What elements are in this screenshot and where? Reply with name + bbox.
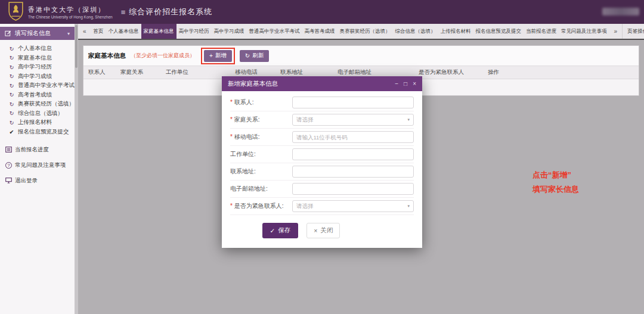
sidebar-item-label: 上传报名材料 — [18, 119, 52, 126]
dialog-header[interactable]: 新增家庭基本信息 − □ × — [222, 76, 422, 91]
close-icon[interactable]: × — [413, 80, 416, 87]
dialog-form: 联系人: 家庭关系: 请选择 ▾ 移动电话: 工作单位: — [222, 91, 422, 215]
tab-comprehensive-info[interactable]: 综合信息（选填） — [393, 24, 438, 39]
sidebar-group-fill-info[interactable]: 填写报名信息 ▾ — [0, 27, 75, 40]
university-name-zh: 香港中文大学（深圳） — [28, 5, 113, 14]
sidebar-item-comprehensive-info[interactable]: ↻ 综合信息（选填） — [0, 109, 75, 119]
sidebar-item-label: 家庭基本信息 — [18, 54, 52, 62]
tab-family-info[interactable]: 家庭基本信息 — [141, 24, 177, 39]
app-window: 香港中文大学（深圳） The Chinese University of Hon… — [0, 0, 644, 314]
tab-home[interactable]: 首页 — [91, 24, 106, 39]
chevron-down-icon: ▾ — [407, 204, 410, 209]
sidebar-item-current-progress[interactable]: 当前报名进度 — [0, 146, 75, 154]
dialog-title: 新增家庭基本信息 — [228, 80, 278, 88]
sidebar-item-hs-scores[interactable]: ↻ 高中学习成绩 — [0, 72, 75, 82]
status-pending-icon: ↻ — [8, 73, 15, 79]
col-email: 电子邮箱地址 — [338, 69, 416, 76]
tab-gaokao-first-score[interactable]: 高考首考成绩 — [302, 24, 338, 39]
select-placeholder: 请选择 — [296, 116, 314, 124]
tab-hs-scores[interactable]: 高中学习成绩 — [212, 24, 247, 39]
close-button-label: 关闭 — [320, 226, 333, 235]
sidebar-item-academic-level-exam[interactable]: ↻ 普通高中学业水平考试 — [0, 81, 75, 91]
hamburger-menu-icon[interactable]: ≡ — [121, 8, 126, 17]
form-row-employer: 工作单位: — [230, 146, 414, 163]
scroll-tabs-right-icon[interactable]: » — [609, 24, 623, 39]
sidebar-item-personal-info[interactable]: ↻ 个人基本信息 — [0, 44, 75, 54]
contact-name-input[interactable] — [292, 97, 414, 108]
sidebar-item-label: 高中学习经历 — [18, 63, 52, 71]
app-header: 香港中文大学（深圳） The Chinese University of Hon… — [0, 0, 644, 24]
sidebar-item-label: 普通高中学业水平考试 — [18, 82, 75, 89]
tab-faq[interactable]: 常见问题及注意事项 — [559, 24, 609, 39]
col-relation: 家庭关系 — [120, 69, 163, 76]
add-family-info-dialog: 新增家庭基本信息 − □ × 联系人: 家庭关系: 请选择 ▾ — [222, 76, 422, 248]
tutorial-annotation: 点击“新增” 填写家长信息 — [532, 168, 579, 197]
scroll-tabs-left-icon[interactable]: « — [78, 24, 91, 39]
sidebar-group-label: 填写报名信息 — [15, 29, 51, 38]
sidebar-item-upload-materials[interactable]: ↻ 上传报名材料 — [0, 118, 75, 128]
annotation-highlight-box: + 新增 — [201, 48, 235, 64]
sidebar-item-hs-experience[interactable]: ↻ 高中学习经历 — [0, 63, 75, 72]
sidebar-item-gaokao-first-score[interactable]: ↻ 高考首考成绩 — [0, 91, 75, 100]
field-label: 移动电话: — [230, 133, 292, 141]
sidebar-item-family-info[interactable]: ↻ 家庭基本信息 — [0, 54, 75, 63]
tab-personal-info[interactable]: 个人基本信息 — [106, 24, 141, 39]
form-row-emergency: 是否为紧急联系人: 请选择 ▾ — [230, 198, 414, 215]
sidebar-item-label: 报名信息预览及提交 — [18, 128, 69, 136]
user-info-redacted[interactable] — [602, 8, 639, 15]
tab-preview-submit[interactable]: 报名信息预览及提交 — [473, 24, 524, 39]
university-name-en: The Chinese University of Hong Kong, She… — [28, 15, 113, 19]
add-button-label: 新增 — [215, 52, 227, 60]
annotation-line-1: 点击“新增” — [532, 168, 579, 182]
university-name: 香港中文大学（深圳） The Chinese University of Hon… — [28, 5, 113, 19]
annotation-line-2: 填写家长信息 — [532, 182, 579, 197]
field-label: 是否为紧急联系人: — [230, 202, 292, 210]
progress-list-icon — [5, 147, 12, 154]
tab-operations-dropdown[interactable]: 页签操作 ▾ — [622, 24, 644, 39]
select-placeholder: 请选择 — [296, 203, 314, 210]
refresh-button[interactable]: ↻ 刷新 — [240, 50, 269, 62]
scrollbar-thumb[interactable] — [75, 25, 78, 68]
mobile-phone-input[interactable] — [292, 131, 414, 143]
emergency-contact-select[interactable]: 请选择 ▾ — [292, 200, 414, 212]
contact-address-input[interactable] — [292, 166, 414, 178]
form-row-contact: 联系人: — [230, 94, 414, 111]
sidebar-item-label: 高中学习成绩 — [18, 73, 52, 80]
refresh-icon: ↻ — [245, 52, 250, 59]
status-pending-icon: ↻ — [8, 64, 15, 70]
refresh-button-label: 刷新 — [252, 52, 264, 60]
col-mobile: 移动电话 — [235, 69, 278, 76]
close-dialog-button[interactable]: × 关闭 — [306, 223, 340, 238]
col-employer: 工作单位 — [166, 69, 233, 76]
tab-upload-materials[interactable]: 上传报名材料 — [438, 24, 473, 39]
save-button[interactable]: ✓ 保存 — [262, 223, 299, 238]
sidebar-item-list: ↻ 个人基本信息 ↻ 家庭基本信息 ↻ 高中学习经历 ↻ 高中学习成绩 ↻ — [0, 44, 75, 136]
col-contact: 联系人 — [88, 69, 118, 76]
question-icon: ? — [5, 162, 12, 169]
family-relation-select[interactable]: 请选择 ▾ — [292, 114, 414, 126]
check-icon: ✔ — [8, 129, 15, 135]
save-button-label: 保存 — [278, 226, 290, 235]
tab-current-progress[interactable]: 当前报名进度 — [524, 24, 559, 39]
employer-input[interactable] — [292, 148, 414, 160]
sidebar-item-faq[interactable]: ? 常见问题及注意事项 — [0, 161, 75, 169]
sidebar-item-logout[interactable]: 退出登录 — [0, 177, 75, 185]
maximize-icon[interactable]: □ — [404, 80, 407, 87]
field-label: 联系人: — [230, 98, 292, 107]
email-input[interactable] — [292, 183, 414, 195]
tab-bar: « 首页 个人基本信息 家庭基本信息 高中学习经历 高中学习成绩 普通高中学业水… — [78, 24, 644, 40]
tab-olympiad-awards[interactable]: 奥赛获奖经历（选填） — [338, 24, 393, 39]
tab-operations-label: 页签操作 — [627, 28, 644, 35]
sidebar-item-olympiad-awards[interactable]: ↻ 奥赛获奖经历（选填） — [0, 100, 75, 109]
minimize-icon[interactable]: − — [395, 80, 398, 87]
col-emergency: 是否为紧急联系人 — [419, 69, 485, 76]
status-pending-icon: ↻ — [8, 110, 15, 116]
panel-required-note: （至少必填一位家庭成员） — [131, 52, 195, 60]
chevron-down-icon: ▾ — [67, 31, 70, 36]
sidebar-item-label: 当前报名进度 — [15, 146, 49, 154]
tab-hs-experience[interactable]: 高中学习经历 — [177, 24, 212, 39]
tab-academic-level-exam[interactable]: 普通高中学业水平考试 — [247, 24, 302, 39]
sidebar-item-preview-submit[interactable]: ✔ 报名信息预览及提交 — [0, 128, 75, 137]
status-pending-icon: ↻ — [8, 120, 15, 126]
add-button[interactable]: + 新增 — [204, 50, 232, 62]
